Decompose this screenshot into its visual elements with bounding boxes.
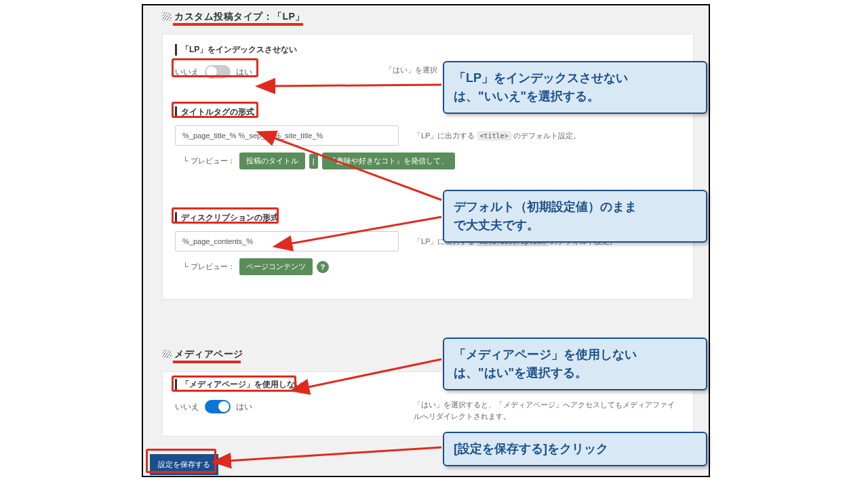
toggle-no-label-2: いいえ [175, 401, 199, 413]
preview-label: └ プレビュー： [183, 156, 235, 166]
description-format-input[interactable] [175, 231, 399, 251]
noindex-label: 「LP」をインデックスさせない [175, 44, 297, 56]
title-format-input[interactable] [175, 125, 399, 146]
section-title-media-page: メディアページ [174, 348, 243, 361]
save-button[interactable]: 設定を保存する [150, 454, 218, 475]
preview-tag-page-contents: ページコンテンツ [239, 258, 313, 275]
callout-media: 「メディアページ」を使用しない は、"はい"を選択する。 [443, 338, 707, 390]
title-format-help: 「LP」に出力する <title> のデフォルト設定。 [414, 131, 580, 141]
code-chip-title: <title> [477, 131, 511, 140]
media-page-label: 「メディアページ」を使用しない [175, 379, 303, 390]
description-preview-row: └ プレビュー： ページコンテンツ ? [183, 258, 329, 275]
media-toggle[interactable] [205, 400, 231, 413]
noindex-toggle-row: いいえ はい [175, 65, 297, 79]
title-preview-row: └ プレビュー： 投稿のタイトル | 『趣味や好きなコト』を発信して、 [183, 152, 455, 169]
section-title-custom-post-type: カスタム投稿タイプ：「LP」 [174, 11, 305, 23]
preview-label-2: └ プレビュー： [183, 262, 235, 272]
hatch-icon-2 [162, 350, 172, 359]
toggle-no-label: いいえ [175, 66, 199, 78]
noindex-toggle[interactable] [205, 65, 231, 79]
title-format-label: タイトルタグの形式 [175, 106, 254, 118]
annotation-underline-2 [173, 361, 241, 363]
callout-noindex: 「LP」をインデックスさせない は、"いいえ"を選択する。 [443, 61, 707, 114]
media-toggle-row: いいえ はい [175, 400, 303, 413]
noindex-hint-partial: 「はい」を選択 [385, 65, 437, 75]
preview-tag-sep: | [309, 154, 318, 169]
preview-tag-site-title: 『趣味や好きなコト』を発信して、 [322, 152, 455, 169]
preview-tag-post-title: 投稿のタイトル [239, 152, 305, 169]
description-format-label: ディスクリプションの形式 [175, 212, 279, 224]
callout-defaults: デフォルト（初期設定値）のまま で大丈夫です。 [443, 190, 707, 243]
media-page-help: 「はい」を選択すると、「メディアページ」へアクセスしてもメディアファイルへリダイ… [414, 399, 678, 422]
callout-save: [設定を保存する]をクリック [443, 432, 707, 466]
toggle-yes-label-2: はい [236, 401, 252, 413]
annotation-underline [173, 23, 303, 26]
help-icon[interactable]: ? [317, 261, 329, 273]
hatch-icon [162, 12, 172, 21]
toggle-yes-label: はい [236, 66, 252, 78]
